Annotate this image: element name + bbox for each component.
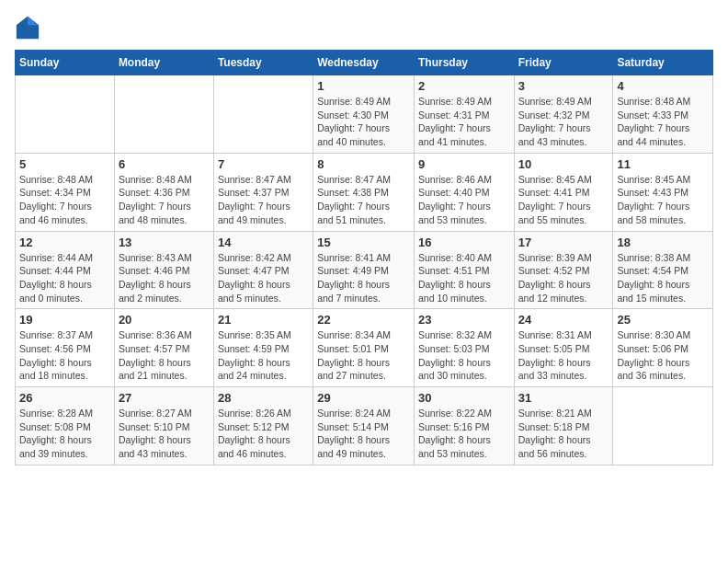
day-number: 11 — [617, 157, 709, 171]
day-info: Sunrise: 8:49 AM Sunset: 4:31 PM Dayligh… — [418, 95, 510, 149]
calendar-cell: 20Sunrise: 8:36 AM Sunset: 4:57 PM Dayli… — [114, 309, 213, 387]
calendar-header: SundayMondayTuesdayWednesdayThursdayFrid… — [16, 51, 713, 75]
day-info: Sunrise: 8:41 AM Sunset: 4:49 PM Dayligh… — [317, 251, 410, 305]
calendar-cell: 22Sunrise: 8:34 AM Sunset: 5:01 PM Dayli… — [313, 309, 415, 387]
calendar-cell — [613, 387, 713, 465]
day-number: 16 — [418, 236, 510, 249]
header-day: Tuesday — [213, 51, 313, 75]
calendar-cell: 26Sunrise: 8:28 AM Sunset: 5:08 PM Dayli… — [16, 387, 115, 465]
day-info: Sunrise: 8:36 AM Sunset: 4:57 PM Dayligh… — [119, 328, 210, 383]
calendar-cell — [16, 75, 115, 154]
day-info: Sunrise: 8:49 AM Sunset: 4:32 PM Dayligh… — [518, 95, 609, 149]
day-info: Sunrise: 8:48 AM Sunset: 4:34 PM Dayligh… — [19, 173, 110, 227]
calendar-cell: 24Sunrise: 8:31 AM Sunset: 5:05 PM Dayli… — [514, 309, 613, 387]
calendar-cell: 31Sunrise: 8:21 AM Sunset: 5:18 PM Dayli… — [514, 387, 613, 465]
header-day: Wednesday — [313, 51, 415, 75]
day-info: Sunrise: 8:42 AM Sunset: 4:47 PM Dayligh… — [218, 251, 309, 305]
calendar-cell: 6Sunrise: 8:48 AM Sunset: 4:36 PM Daylig… — [114, 153, 213, 231]
logo-icon — [15, 15, 40, 40]
day-info: Sunrise: 8:39 AM Sunset: 4:52 PM Dayligh… — [518, 251, 609, 305]
calendar: SundayMondayTuesdayWednesdayThursdayFrid… — [15, 50, 713, 465]
day-info: Sunrise: 8:48 AM Sunset: 4:36 PM Dayligh… — [119, 173, 210, 227]
calendar-cell: 28Sunrise: 8:26 AM Sunset: 5:12 PM Dayli… — [213, 387, 313, 465]
header-day: Monday — [114, 51, 213, 75]
day-number: 5 — [19, 157, 110, 171]
calendar-cell — [213, 75, 313, 154]
calendar-cell: 5Sunrise: 8:48 AM Sunset: 4:34 PM Daylig… — [16, 153, 115, 231]
calendar-cell: 8Sunrise: 8:47 AM Sunset: 4:38 PM Daylig… — [313, 153, 415, 231]
calendar-cell: 10Sunrise: 8:45 AM Sunset: 4:41 PM Dayli… — [514, 153, 613, 231]
header-day: Sunday — [16, 51, 115, 75]
calendar-cell: 1Sunrise: 8:49 AM Sunset: 4:30 PM Daylig… — [313, 75, 415, 154]
calendar-cell: 16Sunrise: 8:40 AM Sunset: 4:51 PM Dayli… — [414, 231, 514, 309]
calendar-cell — [114, 75, 213, 154]
calendar-cell: 15Sunrise: 8:41 AM Sunset: 4:49 PM Dayli… — [313, 231, 415, 309]
day-info: Sunrise: 8:48 AM Sunset: 4:33 PM Dayligh… — [617, 95, 709, 149]
day-number: 7 — [218, 157, 309, 171]
calendar-cell: 3Sunrise: 8:49 AM Sunset: 4:32 PM Daylig… — [514, 75, 613, 154]
calendar-cell: 30Sunrise: 8:22 AM Sunset: 5:16 PM Dayli… — [414, 387, 514, 465]
day-info: Sunrise: 8:46 AM Sunset: 4:40 PM Dayligh… — [418, 173, 510, 227]
calendar-cell: 4Sunrise: 8:48 AM Sunset: 4:33 PM Daylig… — [613, 75, 713, 154]
day-number: 30 — [418, 391, 510, 405]
day-number: 1 — [317, 79, 410, 93]
calendar-cell: 7Sunrise: 8:47 AM Sunset: 4:37 PM Daylig… — [213, 153, 313, 231]
day-number: 13 — [119, 236, 210, 249]
calendar-cell: 29Sunrise: 8:24 AM Sunset: 5:14 PM Dayli… — [313, 387, 415, 465]
day-number: 28 — [218, 391, 309, 405]
logo — [15, 15, 44, 40]
calendar-cell: 19Sunrise: 8:37 AM Sunset: 4:56 PM Dayli… — [16, 309, 115, 387]
calendar-week: 26Sunrise: 8:28 AM Sunset: 5:08 PM Dayli… — [16, 387, 713, 465]
calendar-cell: 12Sunrise: 8:44 AM Sunset: 4:44 PM Dayli… — [16, 231, 115, 309]
calendar-cell: 17Sunrise: 8:39 AM Sunset: 4:52 PM Dayli… — [514, 231, 613, 309]
day-number: 14 — [218, 236, 309, 249]
day-number: 18 — [617, 236, 709, 249]
day-number: 3 — [518, 79, 609, 93]
day-info: Sunrise: 8:43 AM Sunset: 4:46 PM Dayligh… — [119, 251, 210, 305]
header-day: Friday — [514, 51, 613, 75]
day-info: Sunrise: 8:30 AM Sunset: 5:06 PM Dayligh… — [617, 328, 709, 383]
calendar-cell: 13Sunrise: 8:43 AM Sunset: 4:46 PM Dayli… — [114, 231, 213, 309]
day-number: 2 — [418, 79, 510, 93]
calendar-cell: 25Sunrise: 8:30 AM Sunset: 5:06 PM Dayli… — [613, 309, 713, 387]
day-info: Sunrise: 8:45 AM Sunset: 4:41 PM Dayligh… — [518, 173, 609, 227]
day-number: 15 — [317, 236, 410, 249]
day-number: 27 — [119, 391, 210, 405]
day-number: 20 — [119, 313, 210, 327]
day-info: Sunrise: 8:40 AM Sunset: 4:51 PM Dayligh… — [418, 251, 510, 305]
calendar-week: 5Sunrise: 8:48 AM Sunset: 4:34 PM Daylig… — [16, 153, 713, 231]
day-info: Sunrise: 8:45 AM Sunset: 4:43 PM Dayligh… — [617, 173, 709, 227]
day-info: Sunrise: 8:24 AM Sunset: 5:14 PM Dayligh… — [317, 407, 410, 461]
day-info: Sunrise: 8:28 AM Sunset: 5:08 PM Dayligh… — [19, 407, 110, 461]
day-info: Sunrise: 8:47 AM Sunset: 4:38 PM Dayligh… — [317, 173, 410, 227]
day-number: 25 — [617, 313, 709, 327]
day-number: 6 — [119, 157, 210, 171]
page-header — [15, 15, 713, 40]
day-number: 19 — [19, 313, 110, 327]
day-info: Sunrise: 8:47 AM Sunset: 4:37 PM Dayligh… — [218, 173, 309, 227]
day-info: Sunrise: 8:32 AM Sunset: 5:03 PM Dayligh… — [418, 328, 510, 383]
calendar-cell: 18Sunrise: 8:38 AM Sunset: 4:54 PM Dayli… — [613, 231, 713, 309]
day-number: 24 — [518, 313, 609, 327]
day-info: Sunrise: 8:35 AM Sunset: 4:59 PM Dayligh… — [218, 328, 309, 383]
calendar-cell: 9Sunrise: 8:46 AM Sunset: 4:40 PM Daylig… — [414, 153, 514, 231]
day-info: Sunrise: 8:34 AM Sunset: 5:01 PM Dayligh… — [317, 328, 410, 383]
day-info: Sunrise: 8:21 AM Sunset: 5:18 PM Dayligh… — [518, 407, 609, 461]
day-number: 10 — [518, 157, 609, 171]
day-info: Sunrise: 8:31 AM Sunset: 5:05 PM Dayligh… — [518, 328, 609, 383]
header-row: SundayMondayTuesdayWednesdayThursdayFrid… — [16, 51, 713, 75]
calendar-cell: 23Sunrise: 8:32 AM Sunset: 5:03 PM Dayli… — [414, 309, 514, 387]
day-number: 29 — [317, 391, 410, 405]
calendar-body: 1Sunrise: 8:49 AM Sunset: 4:30 PM Daylig… — [16, 75, 713, 465]
day-number: 8 — [317, 157, 410, 171]
day-info: Sunrise: 8:37 AM Sunset: 4:56 PM Dayligh… — [19, 328, 110, 383]
day-info: Sunrise: 8:38 AM Sunset: 4:54 PM Dayligh… — [617, 251, 709, 305]
calendar-week: 1Sunrise: 8:49 AM Sunset: 4:30 PM Daylig… — [16, 75, 713, 154]
day-number: 9 — [418, 157, 510, 171]
day-info: Sunrise: 8:22 AM Sunset: 5:16 PM Dayligh… — [418, 407, 510, 461]
header-day: Saturday — [613, 51, 713, 75]
day-number: 21 — [218, 313, 309, 327]
calendar-cell: 21Sunrise: 8:35 AM Sunset: 4:59 PM Dayli… — [213, 309, 313, 387]
calendar-cell: 14Sunrise: 8:42 AM Sunset: 4:47 PM Dayli… — [213, 231, 313, 309]
day-info: Sunrise: 8:27 AM Sunset: 5:10 PM Dayligh… — [119, 407, 210, 461]
